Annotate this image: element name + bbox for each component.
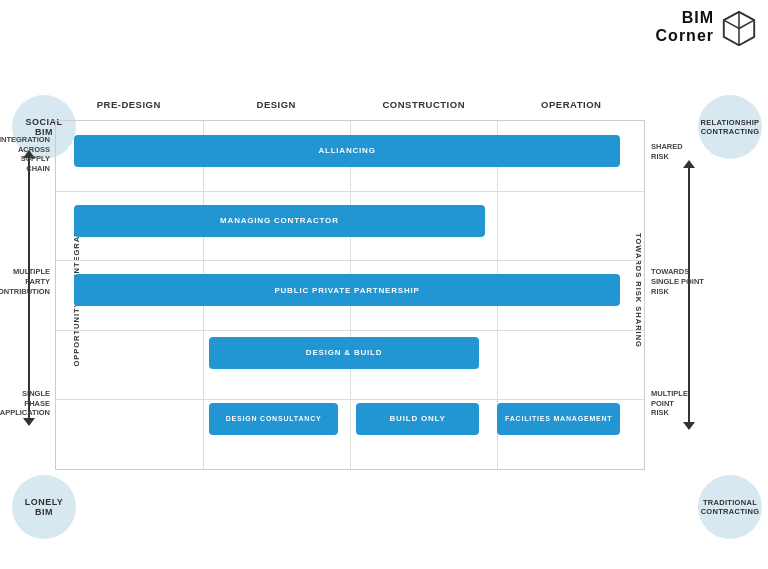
logo-corner: Corner [656,27,714,44]
row-label-5: SINGLE PHASE APPLICATION [0,389,50,418]
bar-facilities-management: FACILITIES MANAGEMENT [497,403,620,435]
bar-design-build: DESIGN & BUILD [209,337,479,369]
row-label-1: INTEGRATION ACROSS SUPPLY CHAIN [0,135,50,174]
bar-managing-contractor: MANAGING CONTRACTOR [74,205,486,237]
row-divider-3 [56,330,644,331]
right-arrow-down-icon [683,422,695,430]
lonely-bim-label: LONELY BIM [25,497,64,517]
row-divider-4 [56,399,644,400]
col-header-design: DESIGN [203,95,351,114]
traditional-contracting-circle: TRADITIONAL CONTRACTING [698,475,762,539]
relationship-contracting-label: RELATIONSHIP CONTRACTING [701,118,760,136]
row-divider-2 [56,260,644,261]
column-headers: PRE-DESIGN DESIGN CONSTRUCTION OPERATION [55,95,645,114]
row-label-3: MULTIPLE PARTY CONTRIBUTION [0,267,50,296]
cube-icon [720,8,758,46]
bim-logo: BIM Corner [656,8,758,46]
col-header-predesign: PRE-DESIGN [55,95,203,114]
col-header-construction: CONSTRUCTION [350,95,498,114]
col-header-operation: OPERATION [498,95,646,114]
row-label-right-1: SHARED RISK [651,142,739,162]
bar-alliancing: ALLIANCING [74,135,621,167]
row-divider-1 [56,191,644,192]
bar-ppp: PUBLIC PRIVATE PARTNERSHIP [74,274,621,306]
main-grid: INTEGRATION ACROSS SUPPLY CHAIN MULTIPLE… [55,120,645,470]
row-label-right-5: MULTIPLE POINT RISK [651,389,739,418]
row-label-right-3: TOWARDS SINGLE POINT RISK [651,267,739,296]
traditional-contracting-label: TRADITIONAL CONTRACTING [701,498,760,516]
bar-design-consultancy: DESIGN CONSULTANCY [209,403,338,435]
lonely-bim-circle: LONELY BIM [12,475,76,539]
logo-text: BIM Corner [656,9,714,44]
bar-build-only: BUILD ONLY [356,403,479,435]
logo-bim: BIM [682,9,714,26]
